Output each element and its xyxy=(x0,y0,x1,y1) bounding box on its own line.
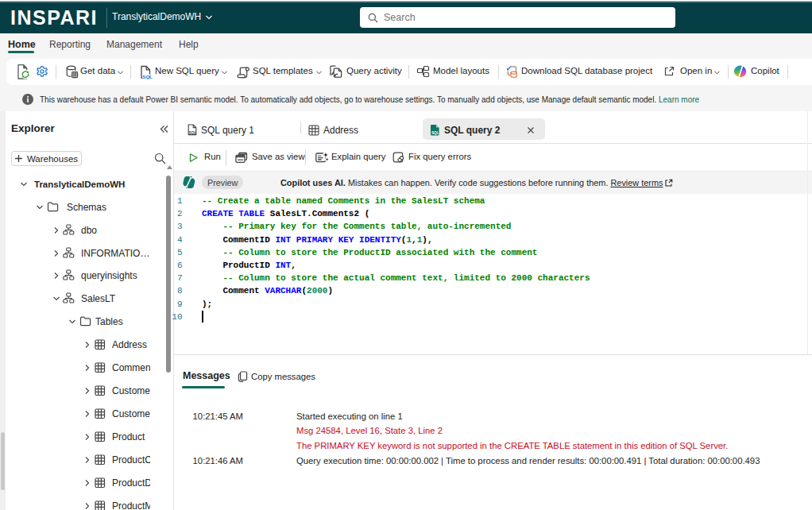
svg-text:SQL: SQL xyxy=(431,131,439,135)
svg-text:SQL: SQL xyxy=(189,131,197,135)
svg-text:SQL: SQL xyxy=(142,74,153,79)
